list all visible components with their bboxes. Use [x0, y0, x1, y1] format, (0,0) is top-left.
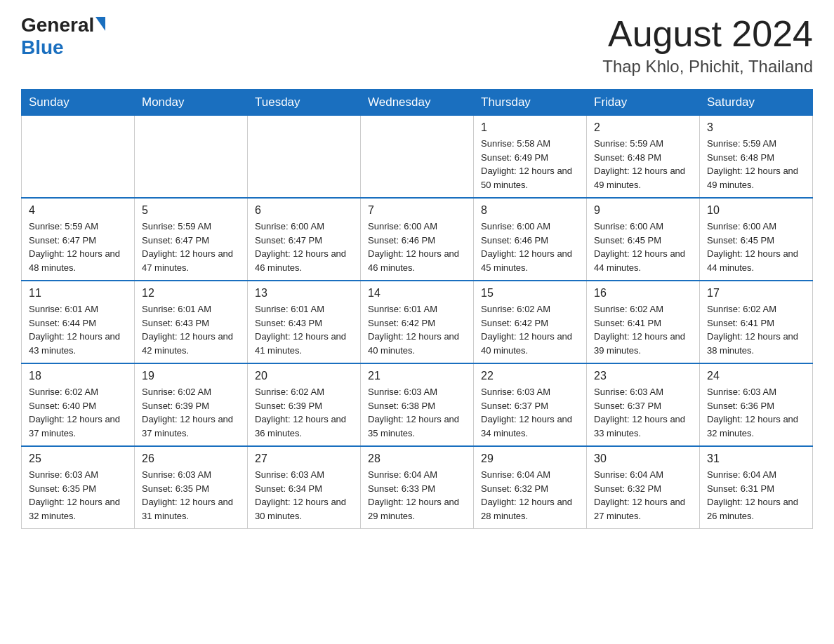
logo: General Blue [21, 14, 105, 59]
day-of-week-wednesday: Wednesday [361, 90, 474, 116]
day-info: Sunrise: 6:04 AM Sunset: 6:31 PM Dayligh… [707, 468, 805, 523]
calendar-cell: 10Sunrise: 6:00 AM Sunset: 6:45 PM Dayli… [700, 198, 813, 281]
month-title: August 2024 [602, 14, 813, 54]
day-number: 15 [481, 287, 579, 300]
day-number: 17 [707, 287, 805, 300]
calendar-cell: 17Sunrise: 6:02 AM Sunset: 6:41 PM Dayli… [700, 281, 813, 363]
day-of-week-friday: Friday [587, 90, 700, 116]
day-info: Sunrise: 6:01 AM Sunset: 6:44 PM Dayligh… [29, 302, 127, 357]
day-info: Sunrise: 5:59 AM Sunset: 6:47 PM Dayligh… [142, 220, 240, 274]
day-number: 20 [255, 370, 353, 382]
day-of-week-sunday: Sunday [22, 90, 135, 116]
day-info: Sunrise: 6:01 AM Sunset: 6:43 PM Dayligh… [142, 302, 240, 357]
calendar-cell: 26Sunrise: 6:03 AM Sunset: 6:35 PM Dayli… [135, 446, 248, 529]
day-info: Sunrise: 6:02 AM Sunset: 6:42 PM Dayligh… [481, 302, 579, 357]
day-number: 31 [707, 452, 805, 465]
calendar-cell: 6Sunrise: 6:00 AM Sunset: 6:47 PM Daylig… [248, 198, 361, 281]
day-number: 25 [29, 452, 127, 465]
day-info: Sunrise: 6:03 AM Sunset: 6:37 PM Dayligh… [481, 385, 579, 440]
calendar-cell: 5Sunrise: 5:59 AM Sunset: 6:47 PM Daylig… [135, 198, 248, 281]
calendar-week-row: 1Sunrise: 5:58 AM Sunset: 6:49 PM Daylig… [22, 116, 813, 199]
calendar-cell: 9Sunrise: 6:00 AM Sunset: 6:45 PM Daylig… [587, 198, 700, 281]
day-info: Sunrise: 6:03 AM Sunset: 6:36 PM Dayligh… [707, 385, 805, 440]
logo-triangle-icon [95, 17, 105, 31]
day-info: Sunrise: 6:00 AM Sunset: 6:46 PM Dayligh… [368, 220, 466, 274]
day-info: Sunrise: 6:02 AM Sunset: 6:41 PM Dayligh… [707, 302, 805, 357]
logo-general: General [21, 14, 94, 36]
calendar-cell: 2Sunrise: 5:59 AM Sunset: 6:48 PM Daylig… [587, 116, 700, 199]
day-number: 6 [255, 204, 353, 217]
day-info: Sunrise: 6:02 AM Sunset: 6:41 PM Dayligh… [594, 302, 692, 357]
day-of-week-tuesday: Tuesday [248, 90, 361, 116]
day-info: Sunrise: 5:59 AM Sunset: 6:48 PM Dayligh… [707, 137, 805, 192]
day-info: Sunrise: 6:03 AM Sunset: 6:37 PM Dayligh… [594, 385, 692, 440]
day-number: 30 [594, 452, 692, 465]
calendar-cell [135, 116, 248, 199]
calendar-cell: 13Sunrise: 6:01 AM Sunset: 6:43 PM Dayli… [248, 281, 361, 363]
calendar-cell [22, 116, 135, 199]
day-info: Sunrise: 6:00 AM Sunset: 6:45 PM Dayligh… [594, 220, 692, 274]
calendar-cell: 15Sunrise: 6:02 AM Sunset: 6:42 PM Dayli… [474, 281, 587, 363]
calendar-header-row: SundayMondayTuesdayWednesdayThursdayFrid… [22, 90, 813, 116]
day-number: 18 [29, 370, 127, 382]
day-number: 9 [594, 204, 692, 217]
calendar-cell: 28Sunrise: 6:04 AM Sunset: 6:33 PM Dayli… [361, 446, 474, 529]
day-info: Sunrise: 6:01 AM Sunset: 6:43 PM Dayligh… [255, 302, 353, 357]
calendar-cell: 29Sunrise: 6:04 AM Sunset: 6:32 PM Dayli… [474, 446, 587, 529]
day-info: Sunrise: 6:04 AM Sunset: 6:32 PM Dayligh… [481, 468, 579, 523]
day-number: 12 [142, 287, 240, 300]
day-info: Sunrise: 6:01 AM Sunset: 6:42 PM Dayligh… [368, 302, 466, 357]
calendar-cell [361, 116, 474, 199]
logo-blue: Blue [21, 36, 64, 59]
calendar-cell: 7Sunrise: 6:00 AM Sunset: 6:46 PM Daylig… [361, 198, 474, 281]
day-number: 24 [707, 370, 805, 382]
calendar-cell: 23Sunrise: 6:03 AM Sunset: 6:37 PM Dayli… [587, 363, 700, 446]
calendar-cell: 1Sunrise: 5:58 AM Sunset: 6:49 PM Daylig… [474, 116, 587, 199]
calendar-table: SundayMondayTuesdayWednesdayThursdayFrid… [21, 89, 813, 529]
calendar-cell: 11Sunrise: 6:01 AM Sunset: 6:44 PM Dayli… [22, 281, 135, 363]
day-of-week-thursday: Thursday [474, 90, 587, 116]
title-area: August 2024 Thap Khlo, Phichit, Thailand [602, 14, 813, 76]
calendar-cell: 25Sunrise: 6:03 AM Sunset: 6:35 PM Dayli… [22, 446, 135, 529]
day-number: 3 [707, 121, 805, 134]
calendar-cell: 22Sunrise: 6:03 AM Sunset: 6:37 PM Dayli… [474, 363, 587, 446]
day-info: Sunrise: 6:00 AM Sunset: 6:46 PM Dayligh… [481, 220, 579, 274]
day-info: Sunrise: 6:03 AM Sunset: 6:34 PM Dayligh… [255, 468, 353, 523]
day-number: 23 [594, 370, 692, 382]
calendar-cell: 27Sunrise: 6:03 AM Sunset: 6:34 PM Dayli… [248, 446, 361, 529]
day-of-week-saturday: Saturday [700, 90, 813, 116]
calendar-cell: 16Sunrise: 6:02 AM Sunset: 6:41 PM Dayli… [587, 281, 700, 363]
calendar-cell: 21Sunrise: 6:03 AM Sunset: 6:38 PM Dayli… [361, 363, 474, 446]
day-number: 1 [481, 121, 579, 134]
calendar-cell [248, 116, 361, 199]
calendar-cell: 30Sunrise: 6:04 AM Sunset: 6:32 PM Dayli… [587, 446, 700, 529]
day-info: Sunrise: 6:00 AM Sunset: 6:45 PM Dayligh… [707, 220, 805, 274]
day-info: Sunrise: 6:04 AM Sunset: 6:32 PM Dayligh… [594, 468, 692, 523]
day-info: Sunrise: 6:00 AM Sunset: 6:47 PM Dayligh… [255, 220, 353, 274]
calendar-cell: 19Sunrise: 6:02 AM Sunset: 6:39 PM Dayli… [135, 363, 248, 446]
day-info: Sunrise: 6:04 AM Sunset: 6:33 PM Dayligh… [368, 468, 466, 523]
day-number: 8 [481, 204, 579, 217]
day-info: Sunrise: 5:59 AM Sunset: 6:47 PM Dayligh… [29, 220, 127, 274]
calendar-cell: 24Sunrise: 6:03 AM Sunset: 6:36 PM Dayli… [700, 363, 813, 446]
day-number: 10 [707, 204, 805, 217]
day-number: 14 [368, 287, 466, 300]
day-info: Sunrise: 5:59 AM Sunset: 6:48 PM Dayligh… [594, 137, 692, 192]
calendar-cell: 18Sunrise: 6:02 AM Sunset: 6:40 PM Dayli… [22, 363, 135, 446]
calendar-week-row: 18Sunrise: 6:02 AM Sunset: 6:40 PM Dayli… [22, 363, 813, 446]
day-info: Sunrise: 6:02 AM Sunset: 6:39 PM Dayligh… [142, 385, 240, 440]
day-of-week-monday: Monday [135, 90, 248, 116]
day-number: 21 [368, 370, 466, 382]
day-number: 11 [29, 287, 127, 300]
day-number: 16 [594, 287, 692, 300]
day-number: 5 [142, 204, 240, 217]
calendar-cell: 8Sunrise: 6:00 AM Sunset: 6:46 PM Daylig… [474, 198, 587, 281]
calendar-cell: 3Sunrise: 5:59 AM Sunset: 6:48 PM Daylig… [700, 116, 813, 199]
day-number: 27 [255, 452, 353, 465]
day-number: 19 [142, 370, 240, 382]
day-info: Sunrise: 6:02 AM Sunset: 6:40 PM Dayligh… [29, 385, 127, 440]
day-info: Sunrise: 6:03 AM Sunset: 6:35 PM Dayligh… [142, 468, 240, 523]
page-header: General Blue August 2024 Thap Khlo, Phic… [21, 14, 813, 76]
day-info: Sunrise: 6:02 AM Sunset: 6:39 PM Dayligh… [255, 385, 353, 440]
day-info: Sunrise: 5:58 AM Sunset: 6:49 PM Dayligh… [481, 137, 579, 192]
